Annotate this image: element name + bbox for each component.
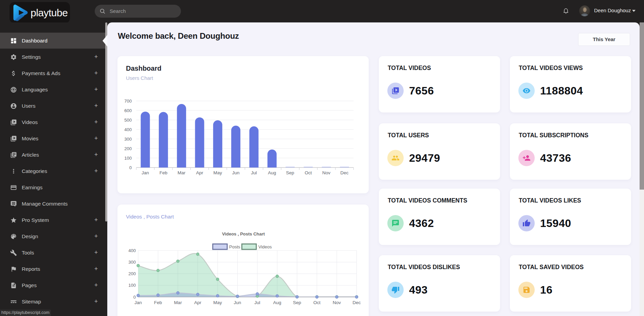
svg-text:Aug: Aug — [273, 300, 281, 305]
svg-text:May: May — [214, 170, 222, 175]
svg-text:Jan: Jan — [142, 170, 149, 175]
svg-text:400: 400 — [124, 127, 132, 132]
svg-text:Jun: Jun — [232, 170, 240, 175]
svg-text:Feb: Feb — [160, 170, 167, 175]
svg-text:500: 500 — [124, 118, 132, 123]
svg-text:Jun: Jun — [234, 300, 241, 305]
svg-text:0: 0 — [133, 295, 136, 300]
svg-text:Videos , Posts Chart: Videos , Posts Chart — [222, 231, 265, 236]
svg-text:0: 0 — [129, 165, 132, 170]
svg-text:Apr: Apr — [196, 170, 203, 175]
svg-text:Dec: Dec — [352, 300, 361, 305]
svg-text:Sep: Sep — [286, 170, 294, 175]
svg-text:Nov: Nov — [333, 300, 341, 305]
svg-text:400: 400 — [128, 248, 136, 253]
svg-text:Oct: Oct — [313, 300, 320, 305]
svg-text:Jul: Jul — [254, 300, 260, 305]
svg-text:200: 200 — [128, 271, 136, 276]
svg-text:Nov: Nov — [322, 170, 330, 175]
svg-text:600: 600 — [124, 108, 132, 113]
svg-text:100: 100 — [124, 156, 132, 161]
svg-text:Mar: Mar — [178, 170, 186, 175]
svg-text:Oct: Oct — [305, 170, 312, 175]
svg-text:Dec: Dec — [341, 170, 349, 175]
svg-text:700: 700 — [124, 99, 132, 104]
svg-text:100: 100 — [128, 283, 136, 288]
svg-text:Feb: Feb — [154, 300, 162, 305]
svg-text:Jan: Jan — [134, 300, 142, 305]
svg-text:Apr: Apr — [194, 300, 202, 305]
svg-text:300: 300 — [128, 260, 136, 265]
svg-text:Sep: Sep — [293, 300, 301, 305]
svg-text:May: May — [213, 300, 222, 305]
svg-text:Aug: Aug — [268, 170, 276, 175]
svg-text:200: 200 — [124, 146, 132, 151]
svg-text:Mar: Mar — [174, 300, 182, 305]
svg-text:Posts: Posts — [229, 244, 240, 249]
svg-text:Videos: Videos — [258, 244, 272, 249]
svg-text:Jul: Jul — [251, 170, 257, 175]
svg-text:300: 300 — [124, 137, 132, 142]
